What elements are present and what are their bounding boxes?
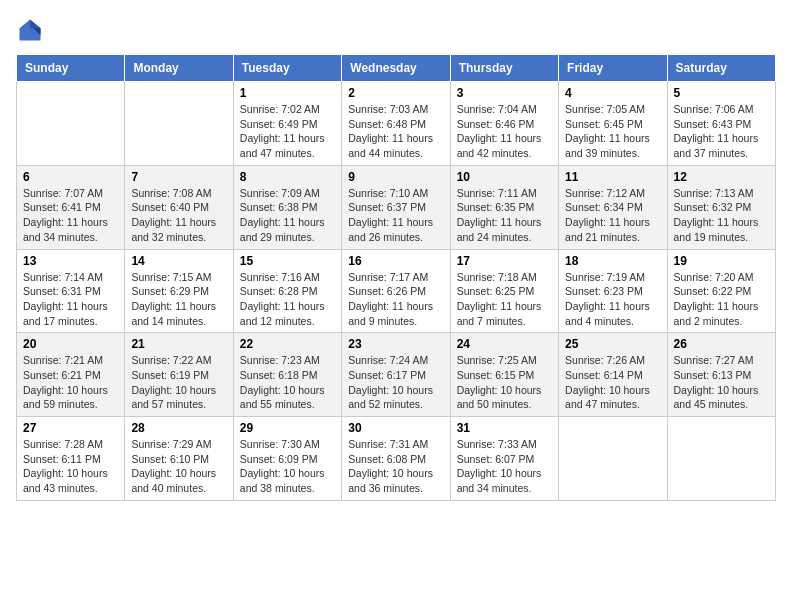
day-number: 22 — [240, 337, 335, 351]
day-info: Sunrise: 7:29 AM Sunset: 6:10 PM Dayligh… — [131, 437, 226, 496]
calendar-cell: 15Sunrise: 7:16 AM Sunset: 6:28 PM Dayli… — [233, 249, 341, 333]
day-number: 18 — [565, 254, 660, 268]
calendar-cell: 18Sunrise: 7:19 AM Sunset: 6:23 PM Dayli… — [559, 249, 667, 333]
calendar-week-row: 27Sunrise: 7:28 AM Sunset: 6:11 PM Dayli… — [17, 417, 776, 501]
calendar-cell: 17Sunrise: 7:18 AM Sunset: 6:25 PM Dayli… — [450, 249, 558, 333]
calendar-cell: 12Sunrise: 7:13 AM Sunset: 6:32 PM Dayli… — [667, 165, 775, 249]
calendar-cell: 14Sunrise: 7:15 AM Sunset: 6:29 PM Dayli… — [125, 249, 233, 333]
day-number: 25 — [565, 337, 660, 351]
day-number: 14 — [131, 254, 226, 268]
day-header: Thursday — [450, 55, 558, 82]
day-number: 29 — [240, 421, 335, 435]
day-number: 1 — [240, 86, 335, 100]
day-info: Sunrise: 7:28 AM Sunset: 6:11 PM Dayligh… — [23, 437, 118, 496]
day-info: Sunrise: 7:15 AM Sunset: 6:29 PM Dayligh… — [131, 270, 226, 329]
day-info: Sunrise: 7:18 AM Sunset: 6:25 PM Dayligh… — [457, 270, 552, 329]
day-info: Sunrise: 7:23 AM Sunset: 6:18 PM Dayligh… — [240, 353, 335, 412]
calendar-cell: 6Sunrise: 7:07 AM Sunset: 6:41 PM Daylig… — [17, 165, 125, 249]
day-number: 24 — [457, 337, 552, 351]
day-info: Sunrise: 7:12 AM Sunset: 6:34 PM Dayligh… — [565, 186, 660, 245]
calendar-cell — [17, 82, 125, 166]
day-number: 28 — [131, 421, 226, 435]
day-info: Sunrise: 7:08 AM Sunset: 6:40 PM Dayligh… — [131, 186, 226, 245]
day-number: 12 — [674, 170, 769, 184]
calendar-cell: 21Sunrise: 7:22 AM Sunset: 6:19 PM Dayli… — [125, 333, 233, 417]
day-header: Wednesday — [342, 55, 450, 82]
day-number: 23 — [348, 337, 443, 351]
calendar-cell: 25Sunrise: 7:26 AM Sunset: 6:14 PM Dayli… — [559, 333, 667, 417]
calendar-cell: 22Sunrise: 7:23 AM Sunset: 6:18 PM Dayli… — [233, 333, 341, 417]
day-number: 11 — [565, 170, 660, 184]
calendar-cell — [559, 417, 667, 501]
day-info: Sunrise: 7:17 AM Sunset: 6:26 PM Dayligh… — [348, 270, 443, 329]
calendar-table: SundayMondayTuesdayWednesdayThursdayFrid… — [16, 54, 776, 501]
calendar-week-row: 20Sunrise: 7:21 AM Sunset: 6:21 PM Dayli… — [17, 333, 776, 417]
calendar-cell — [667, 417, 775, 501]
calendar-cell: 24Sunrise: 7:25 AM Sunset: 6:15 PM Dayli… — [450, 333, 558, 417]
day-header: Monday — [125, 55, 233, 82]
day-number: 27 — [23, 421, 118, 435]
calendar-cell — [125, 82, 233, 166]
day-header: Friday — [559, 55, 667, 82]
day-number: 31 — [457, 421, 552, 435]
day-info: Sunrise: 7:04 AM Sunset: 6:46 PM Dayligh… — [457, 102, 552, 161]
day-info: Sunrise: 7:24 AM Sunset: 6:17 PM Dayligh… — [348, 353, 443, 412]
day-number: 2 — [348, 86, 443, 100]
day-header: Saturday — [667, 55, 775, 82]
day-info: Sunrise: 7:30 AM Sunset: 6:09 PM Dayligh… — [240, 437, 335, 496]
day-number: 10 — [457, 170, 552, 184]
calendar-cell: 29Sunrise: 7:30 AM Sunset: 6:09 PM Dayli… — [233, 417, 341, 501]
calendar-cell: 7Sunrise: 7:08 AM Sunset: 6:40 PM Daylig… — [125, 165, 233, 249]
calendar-cell: 13Sunrise: 7:14 AM Sunset: 6:31 PM Dayli… — [17, 249, 125, 333]
day-header: Sunday — [17, 55, 125, 82]
calendar-cell: 11Sunrise: 7:12 AM Sunset: 6:34 PM Dayli… — [559, 165, 667, 249]
day-info: Sunrise: 7:26 AM Sunset: 6:14 PM Dayligh… — [565, 353, 660, 412]
day-number: 7 — [131, 170, 226, 184]
day-info: Sunrise: 7:02 AM Sunset: 6:49 PM Dayligh… — [240, 102, 335, 161]
calendar-cell: 31Sunrise: 7:33 AM Sunset: 6:07 PM Dayli… — [450, 417, 558, 501]
calendar-cell: 27Sunrise: 7:28 AM Sunset: 6:11 PM Dayli… — [17, 417, 125, 501]
day-number: 26 — [674, 337, 769, 351]
calendar-cell: 3Sunrise: 7:04 AM Sunset: 6:46 PM Daylig… — [450, 82, 558, 166]
day-number: 17 — [457, 254, 552, 268]
day-info: Sunrise: 7:09 AM Sunset: 6:38 PM Dayligh… — [240, 186, 335, 245]
calendar-cell: 2Sunrise: 7:03 AM Sunset: 6:48 PM Daylig… — [342, 82, 450, 166]
day-info: Sunrise: 7:16 AM Sunset: 6:28 PM Dayligh… — [240, 270, 335, 329]
day-number: 15 — [240, 254, 335, 268]
day-number: 13 — [23, 254, 118, 268]
calendar-cell: 26Sunrise: 7:27 AM Sunset: 6:13 PM Dayli… — [667, 333, 775, 417]
calendar-cell: 19Sunrise: 7:20 AM Sunset: 6:22 PM Dayli… — [667, 249, 775, 333]
svg-marker-1 — [30, 20, 41, 29]
page-header — [16, 16, 776, 44]
day-number: 20 — [23, 337, 118, 351]
calendar-week-row: 13Sunrise: 7:14 AM Sunset: 6:31 PM Dayli… — [17, 249, 776, 333]
day-info: Sunrise: 7:14 AM Sunset: 6:31 PM Dayligh… — [23, 270, 118, 329]
logo-icon — [16, 16, 44, 44]
day-info: Sunrise: 7:22 AM Sunset: 6:19 PM Dayligh… — [131, 353, 226, 412]
calendar-cell: 1Sunrise: 7:02 AM Sunset: 6:49 PM Daylig… — [233, 82, 341, 166]
calendar-week-row: 1Sunrise: 7:02 AM Sunset: 6:49 PM Daylig… — [17, 82, 776, 166]
day-info: Sunrise: 7:11 AM Sunset: 6:35 PM Dayligh… — [457, 186, 552, 245]
day-info: Sunrise: 7:07 AM Sunset: 6:41 PM Dayligh… — [23, 186, 118, 245]
day-number: 19 — [674, 254, 769, 268]
day-number: 30 — [348, 421, 443, 435]
logo — [16, 16, 48, 44]
calendar-cell: 23Sunrise: 7:24 AM Sunset: 6:17 PM Dayli… — [342, 333, 450, 417]
day-info: Sunrise: 7:33 AM Sunset: 6:07 PM Dayligh… — [457, 437, 552, 496]
day-number: 4 — [565, 86, 660, 100]
day-info: Sunrise: 7:19 AM Sunset: 6:23 PM Dayligh… — [565, 270, 660, 329]
day-info: Sunrise: 7:10 AM Sunset: 6:37 PM Dayligh… — [348, 186, 443, 245]
day-number: 5 — [674, 86, 769, 100]
calendar-cell: 16Sunrise: 7:17 AM Sunset: 6:26 PM Dayli… — [342, 249, 450, 333]
day-info: Sunrise: 7:31 AM Sunset: 6:08 PM Dayligh… — [348, 437, 443, 496]
day-info: Sunrise: 7:05 AM Sunset: 6:45 PM Dayligh… — [565, 102, 660, 161]
day-number: 21 — [131, 337, 226, 351]
day-number: 6 — [23, 170, 118, 184]
day-info: Sunrise: 7:13 AM Sunset: 6:32 PM Dayligh… — [674, 186, 769, 245]
day-number: 8 — [240, 170, 335, 184]
calendar-cell: 8Sunrise: 7:09 AM Sunset: 6:38 PM Daylig… — [233, 165, 341, 249]
day-info: Sunrise: 7:27 AM Sunset: 6:13 PM Dayligh… — [674, 353, 769, 412]
day-info: Sunrise: 7:25 AM Sunset: 6:15 PM Dayligh… — [457, 353, 552, 412]
calendar-header-row: SundayMondayTuesdayWednesdayThursdayFrid… — [17, 55, 776, 82]
day-info: Sunrise: 7:03 AM Sunset: 6:48 PM Dayligh… — [348, 102, 443, 161]
